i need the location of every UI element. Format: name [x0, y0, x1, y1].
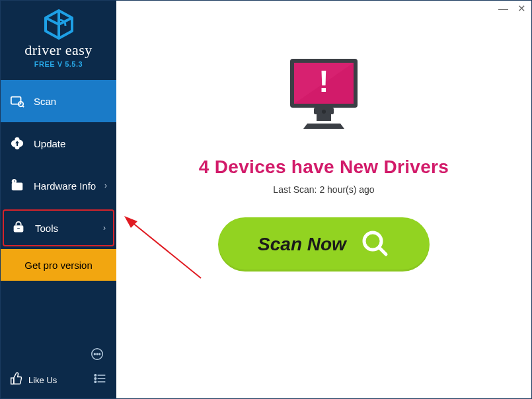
sidebar-nav: Scan Update i — [1, 80, 116, 281]
svg-point-17 — [95, 381, 96, 383]
sidebar-item-update[interactable]: Update — [1, 122, 116, 164]
scan-icon — [10, 94, 24, 108]
svg-point-9 — [94, 353, 95, 355]
main-panel: — ✕ ! 4 Devices have New Drivers Last Sc… — [116, 1, 531, 398]
scan-now-label: Scan Now — [258, 234, 346, 255]
like-us-label: Like Us — [28, 375, 57, 385]
svg-point-10 — [96, 353, 98, 355]
app-window: driver easy FREE V 5.5.3 Scan — [1, 1, 531, 398]
brand-version: FREE V 5.5.3 — [1, 60, 116, 68]
svg-point-11 — [99, 353, 100, 355]
scan-now-button[interactable]: Scan Now — [218, 217, 430, 272]
sidebar-item-scan[interactable]: Scan — [1, 80, 116, 122]
brand-name: driver easy — [1, 42, 116, 59]
monitor-alert-icon: ! — [281, 52, 367, 138]
svg-rect-7 — [17, 227, 20, 229]
svg-line-26 — [379, 248, 386, 254]
svg-line-27 — [132, 222, 201, 278]
main-content: ! 4 Devices have New Drivers Last Scan: … — [116, 1, 531, 272]
brand-block: driver easy FREE V 5.5.3 — [1, 1, 116, 73]
last-scan-text: Last Scan: 2 hour(s) ago — [116, 184, 531, 195]
sidebar-item-label: Tools — [35, 223, 58, 234]
annotation-arrow — [122, 212, 208, 285]
thumbs-up-icon — [10, 372, 23, 388]
sidebar-item-get-pro[interactable]: Get pro version — [1, 249, 116, 281]
hardware-info-icon: i — [10, 178, 24, 193]
sidebar-item-label: Update — [34, 138, 65, 149]
sidebar-item-label: Scan — [34, 96, 56, 107]
menu-list-icon[interactable] — [93, 372, 107, 388]
sidebar-item-label: Hardware Info — [34, 180, 96, 192]
brand-logo-icon — [42, 9, 76, 40]
svg-point-15 — [95, 378, 96, 380]
magnifier-icon — [360, 228, 390, 261]
minimize-button[interactable]: — — [498, 3, 508, 13]
svg-text:!: ! — [319, 64, 328, 98]
scan-result-headline: 4 Devices have New Drivers — [116, 157, 531, 178]
svg-rect-12 — [11, 378, 14, 384]
sidebar-item-tools[interactable]: Tools › — [3, 209, 114, 246]
svg-rect-3 — [12, 182, 23, 190]
chevron-right-icon: › — [104, 181, 107, 190]
svg-marker-28 — [124, 216, 137, 228]
like-us-button[interactable]: Like Us — [10, 372, 57, 388]
tools-icon — [11, 221, 26, 235]
update-icon — [10, 136, 24, 151]
sidebar: driver easy FREE V 5.5.3 Scan — [1, 1, 116, 398]
chevron-right-icon: › — [103, 223, 106, 233]
feedback-icon[interactable] — [90, 347, 104, 364]
sidebar-bottom: Like Us — [1, 343, 116, 392]
svg-point-23 — [322, 110, 326, 114]
close-button[interactable]: ✕ — [517, 3, 526, 13]
svg-line-2 — [22, 106, 24, 107]
svg-rect-24 — [317, 114, 331, 121]
svg-point-13 — [95, 375, 96, 377]
sidebar-item-label: Get pro version — [24, 260, 93, 271]
sidebar-item-hardware-info[interactable]: i Hardware Info › — [1, 164, 116, 207]
window-controls: — ✕ — [498, 3, 526, 13]
